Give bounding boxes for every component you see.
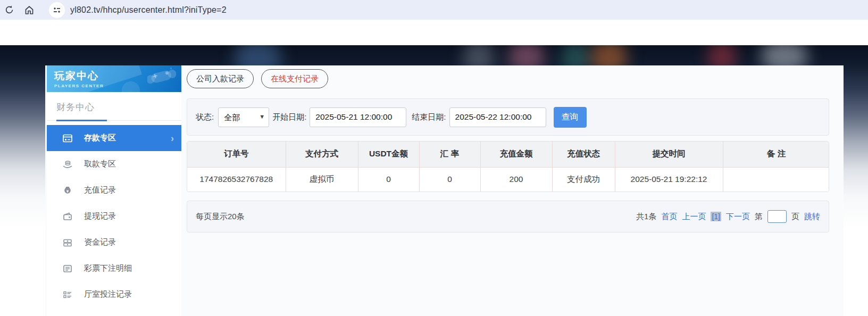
- sidebar-item-label: 资金记录: [84, 237, 116, 247]
- sidebar-item-hall-bet-records[interactable]: 厅室投注记录: [47, 281, 181, 307]
- cell-remark: [723, 167, 829, 192]
- content-wrapper: 玩家中心 PLAYERS CENTER 财务中心 存款专区 › 取款专区 ¥: [45, 65, 844, 316]
- sidebar-item-recharge-records[interactable]: ¥ 充值记录: [47, 177, 181, 203]
- sidebar-item-label: 彩票下注明细: [84, 263, 132, 273]
- first-page-link[interactable]: 首页: [661, 212, 677, 222]
- tab-online-payment-records[interactable]: 在线支付记录: [261, 69, 328, 88]
- main-content: 公司入款记录 在线支付记录 状态: 全部 ▼ 开始日期: 结束日期: 查询: [187, 65, 829, 316]
- jump-button[interactable]: 跳转: [804, 212, 820, 222]
- sidebar-item-label: 厅室投注记录: [84, 289, 132, 300]
- start-date-label: 开始日期:: [272, 112, 306, 122]
- site-settings-icon[interactable]: [49, 2, 65, 18]
- refresh-icon[interactable]: [3, 4, 15, 16]
- tab-company-deposit-records[interactable]: 公司入款记录: [187, 69, 254, 88]
- recharge-record-icon: ¥: [62, 185, 73, 196]
- filter-panel: 状态: 全部 ▼ 开始日期: 结束日期: 查询: [187, 98, 829, 136]
- cell-recharge-status: 支付成功: [552, 167, 615, 192]
- withdraw-record-icon: [62, 211, 73, 222]
- cell-submit-time: 2025-05-21 19:22:12: [615, 167, 723, 192]
- svg-text:¥: ¥: [66, 189, 69, 194]
- sidebar-item-label: 存款专区: [84, 133, 116, 143]
- lottery-bets-icon: [62, 263, 73, 275]
- next-page-link[interactable]: 下一页: [726, 212, 750, 222]
- current-page-indicator[interactable]: [1]: [711, 212, 721, 221]
- players-center-subtitle: PLAYERS CENTER: [54, 84, 181, 88]
- page-size-text: 每页显示20条: [196, 212, 245, 222]
- sidebar-item-label: 充值记录: [84, 185, 116, 195]
- sidebar-item-label: 提现记录: [84, 211, 116, 221]
- status-label: 状态:: [196, 112, 214, 122]
- sidebar-item-lottery-bet-details[interactable]: 彩票下注明细: [47, 255, 181, 281]
- end-date-label: 结束日期:: [412, 112, 446, 122]
- table-header-row: 订单号 支付方式 USDT金额 汇 率 充值金额 充值状态 提交时间 备 注: [187, 142, 829, 167]
- jump-page-input[interactable]: [767, 210, 787, 223]
- col-usdt-amount: USDT金额: [358, 142, 419, 167]
- sidebar-item-label: 取款专区: [84, 159, 116, 169]
- record-tabs: 公司入款记录 在线支付记录: [187, 69, 328, 88]
- chevron-right-icon: ›: [171, 134, 174, 143]
- search-button[interactable]: 查询: [554, 107, 587, 128]
- col-recharge-status: 充值状态: [552, 142, 615, 167]
- address-bar-url[interactable]: yl802.tv/hhcp/usercenter.html?iniType=2: [70, 5, 227, 15]
- status-select[interactable]: 全部: [218, 107, 269, 127]
- table-row: 1747826532767828 虚拟币 0 0 200 支付成功 2025-0…: [187, 167, 829, 192]
- players-center-title: 玩家中心: [54, 69, 181, 83]
- end-date-input[interactable]: [449, 107, 546, 127]
- sidebar: 玩家中心 PLAYERS CENTER 财务中心 存款专区 › 取款专区 ¥: [47, 65, 181, 316]
- sidebar-item-deposit-zone[interactable]: 存款专区 ›: [47, 125, 181, 151]
- col-order-no: 订单号: [187, 142, 286, 167]
- col-recharge-amount: 充值金额: [480, 142, 552, 167]
- finance-center-heading: 财务中心: [47, 92, 181, 121]
- cell-recharge-amount: 200: [480, 167, 552, 192]
- cell-order-no: 1747826532767828: [187, 167, 286, 192]
- browser-toolbar: yl802.tv/hhcp/usercenter.html?iniType=2: [0, 0, 868, 20]
- cell-exchange-rate: 0: [419, 167, 480, 192]
- total-count-text: 共1条: [636, 212, 656, 222]
- col-remark: 备 注: [723, 142, 829, 167]
- hall-bets-icon: [62, 289, 73, 301]
- funds-record-icon: [62, 237, 73, 248]
- players-center-banner: 玩家中心 PLAYERS CENTER: [47, 65, 181, 92]
- cell-usdt-amount: 0: [358, 167, 419, 192]
- prev-page-link[interactable]: 上一页: [682, 212, 706, 222]
- withdraw-zone-icon: [62, 159, 73, 170]
- pagination-bar: 每页显示20条 共1条 首页 上一页 [1] 下一页 第 页 跳转: [187, 201, 829, 232]
- sidebar-item-withdraw-zone[interactable]: 取款专区: [47, 151, 181, 177]
- start-date-input[interactable]: [310, 107, 406, 127]
- jump-prefix-label: 第: [755, 212, 763, 222]
- col-payment-method: 支付方式: [286, 142, 358, 167]
- sidebar-menu: 存款专区 › 取款专区 ¥ 充值记录 提现记录: [47, 125, 181, 307]
- records-table: 订单号 支付方式 USDT金额 汇 率 充值金额 充值状态 提交时间 备 注 1…: [187, 141, 829, 192]
- deposit-icon: [62, 132, 73, 144]
- col-submit-time: 提交时间: [615, 142, 723, 167]
- cell-payment-method: 虚拟币: [286, 167, 358, 192]
- col-exchange-rate: 汇 率: [419, 142, 480, 167]
- sidebar-item-withdraw-records[interactable]: 提现记录: [47, 203, 181, 229]
- home-icon[interactable]: [23, 4, 35, 16]
- sidebar-item-funds-records[interactable]: 资金记录: [47, 229, 181, 255]
- jump-suffix-label: 页: [791, 212, 799, 222]
